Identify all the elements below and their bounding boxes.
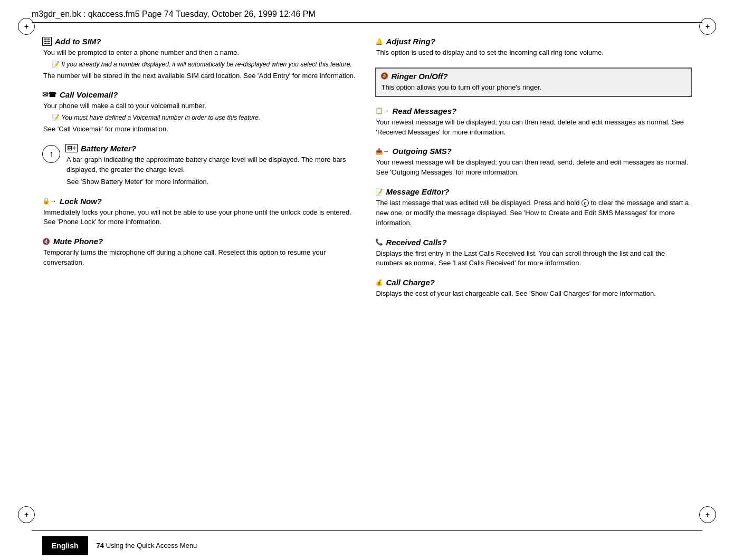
outgoing-sms-label: Outgoing SMS? <box>393 147 452 156</box>
call-charge-icon: 💰 <box>375 279 383 286</box>
ringer-label: Ringer On/Off? <box>392 72 448 81</box>
header-bar: m3gdr_en.bk : qkaccess.fm5 Page 74 Tuesd… <box>32 9 702 23</box>
add-to-sim-icon: ☷ <box>42 37 52 46</box>
right-column: 🔔 Adjust Ring? This option is used to di… <box>375 37 692 518</box>
received-calls-label: Received Calls? <box>386 238 447 247</box>
main-content: ☷ Add to SIM? You will be prompted to en… <box>42 37 692 518</box>
section-received-calls: 📞 Received Calls? Displays the first ent… <box>375 238 692 269</box>
read-messages-body: Your newest message will be displayed; y… <box>376 118 692 138</box>
section-title-battery: ⊟+ Battery Meter? <box>65 144 359 153</box>
message-editor-label: Message Editor? <box>386 187 450 196</box>
outgoing-sms-icon: 📤→ <box>375 148 389 155</box>
section-message-editor: 📝 Message Editor? The last message that … <box>375 187 692 228</box>
received-calls-body: Displays the first entry in the Last Cal… <box>376 249 692 269</box>
section-add-to-sim: ☷ Add to SIM? You will be prompted to en… <box>42 37 359 81</box>
add-to-sim-note: 📝 If you already had a number displayed,… <box>52 60 359 69</box>
mute-label: Mute Phone? <box>53 237 103 246</box>
left-column: ☷ Add to SIM? You will be prompted to en… <box>42 37 359 518</box>
section-title-mute: 🔇 Mute Phone? <box>42 237 359 246</box>
outgoing-sms-body: Your newest message will be displayed; y… <box>376 158 692 178</box>
call-voicemail-note: 📝 You must have defined a Voicemail numb… <box>52 113 359 122</box>
section-ringer-onoff: 🔕 Ringer On/Off? This option allows you … <box>375 67 692 97</box>
footer-page-info: 74 Using the Quick Access Menu <box>97 542 197 549</box>
lock-label: Lock Now? <box>60 197 102 206</box>
section-lock-now: 🔒→ Lock Now? Immediately locks your phon… <box>42 197 359 228</box>
battery-arrow-circle: ↑ <box>42 145 60 163</box>
message-editor-icon: 📝 <box>375 188 383 196</box>
note-icon-voicemail: 📝 <box>52 114 60 121</box>
ringer-body: This option allows you to turn off your … <box>382 83 687 93</box>
footer: English 74 Using the Quick Access Menu <box>0 531 734 560</box>
add-to-sim-body: You will be prompted to enter a phone nu… <box>43 48 359 58</box>
page: + + + + m3gdr_en.bk : qkaccess.fm5 Page … <box>0 0 734 560</box>
section-title-add-to-sim: ☷ Add to SIM? <box>42 37 359 46</box>
lock-icon: 🔒→ <box>42 197 56 205</box>
lock-body: Immediately locks your phone, you will n… <box>43 208 359 228</box>
message-editor-body: The last message that was edited will be… <box>376 198 692 228</box>
call-voicemail-body2: See 'Call Voicemail' for more informatio… <box>43 124 359 134</box>
section-adjust-ring: 🔔 Adjust Ring? This option is used to di… <box>375 37 692 58</box>
header-text: m3gdr_en.bk : qkaccess.fm5 Page 74 Tuesd… <box>32 9 316 19</box>
adjust-ring-body: This option is used to display and to se… <box>376 48 692 58</box>
corner-decoration-bl: + <box>18 506 35 523</box>
section-title-ringer: 🔕 Ringer On/Off? <box>380 72 687 81</box>
ringer-icon: 🔕 <box>380 72 388 80</box>
language-badge: English <box>42 536 88 555</box>
call-charge-label: Call Charge? <box>386 278 435 287</box>
section-title-lock: 🔒→ Lock Now? <box>42 197 359 206</box>
received-calls-icon: 📞 <box>375 238 383 246</box>
battery-body: A bar graph indicating the approximate b… <box>66 155 359 175</box>
call-voicemail-body: Your phone will make a call to your voic… <box>43 101 359 111</box>
adjust-ring-icon: 🔔 <box>375 38 383 45</box>
footer-page-number: 74 <box>97 542 104 549</box>
mute-icon: 🔇 <box>42 238 50 245</box>
section-title-read-messages: 📋→ Read Messages? <box>375 107 692 115</box>
section-read-messages: 📋→ Read Messages? Your newest message wi… <box>375 107 692 138</box>
section-call-voicemail: ✉☎ Call Voicemail? Your phone will make … <box>42 90 359 134</box>
section-title-outgoing-sms: 📤→ Outgoing SMS? <box>375 147 692 156</box>
section-title-received-calls: 📞 Received Calls? <box>375 238 692 247</box>
add-to-sim-label: Add to SIM? <box>55 37 101 46</box>
section-battery-meter: ↑ ⊟+ Battery Meter? A bar graph indicati… <box>42 144 359 187</box>
mute-body: Temporarily turns the microphone off dur… <box>43 248 359 268</box>
call-voicemail-label: Call Voicemail? <box>60 90 118 99</box>
battery-label: Battery Meter? <box>81 144 136 153</box>
add-to-sim-body2: The number will be stored in the next av… <box>43 71 359 81</box>
adjust-ring-label: Adjust Ring? <box>386 37 435 46</box>
note-icon: 📝 <box>52 61 60 68</box>
battery-icon: ⊟+ <box>65 144 78 152</box>
section-outgoing-sms: 📤→ Outgoing SMS? Your newest message wil… <box>375 147 692 178</box>
section-mute-phone: 🔇 Mute Phone? Temporarily turns the micr… <box>42 237 359 268</box>
c-key: c <box>582 199 589 207</box>
section-call-charge: 💰 Call Charge? Displays the cost of your… <box>375 278 692 299</box>
read-messages-label: Read Messages? <box>393 107 457 115</box>
section-title-message-editor: 📝 Message Editor? <box>375 187 692 196</box>
footer-page-text: Using the Quick Access Menu <box>106 542 197 549</box>
section-title-call-voicemail: ✉☎ Call Voicemail? <box>42 90 359 99</box>
section-title-call-charge: 💰 Call Charge? <box>375 278 692 287</box>
language-label: English <box>52 542 79 550</box>
battery-up-arrow: ↑ <box>49 149 53 159</box>
read-messages-icon: 📋→ <box>375 107 389 114</box>
call-charge-body: Displays the cost of your last chargeabl… <box>376 289 692 299</box>
call-voicemail-icon: ✉☎ <box>42 91 56 99</box>
section-title-adjust-ring: 🔔 Adjust Ring? <box>375 37 692 46</box>
battery-content: ⊟+ Battery Meter? A bar graph indicating… <box>65 144 359 187</box>
corner-decoration-br: + <box>699 506 716 523</box>
battery-body2: See 'Show Battery Meter' for more inform… <box>66 177 359 187</box>
